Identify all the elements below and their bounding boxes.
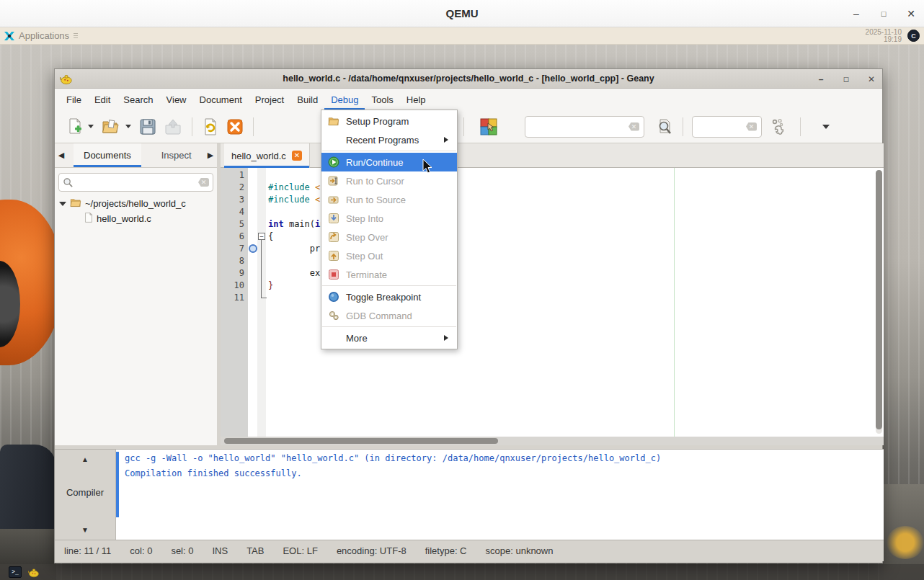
qemu-titlebar: QEMU – □ ✕ <box>0 0 924 27</box>
debug-menu-item-gdb-command[interactable]: GDB Command <box>321 306 457 325</box>
debug-menu-item-toggle-breakpoint[interactable]: Toggle Breakpoint <box>321 287 457 306</box>
no-icon <box>327 332 340 344</box>
debug-menu-item-label: Terminate <box>346 269 387 280</box>
toolbar-search-input[interactable]: ✕ <box>525 116 644 138</box>
search-icon[interactable] <box>652 115 677 139</box>
code-editor[interactable]: 1234567891011 #include <stdio.h>#include… <box>221 168 884 437</box>
menu-search[interactable]: Search <box>117 89 159 110</box>
terminal-icon[interactable]: >_ <box>9 566 22 578</box>
debug-menu-item-run-to-cursor[interactable]: Run to Cursor <box>321 171 457 190</box>
documents-filter-input[interactable]: ✕ <box>58 173 213 192</box>
debug-menu-item-step-over[interactable]: Step Over <box>321 228 457 246</box>
goto-line-icon[interactable] <box>765 115 790 139</box>
search-entry-clear-icon[interactable]: ✕ <box>628 122 639 131</box>
status-sel: sel: 0 <box>171 545 193 556</box>
debug-menu-item-setup-program[interactable]: Setup Program <box>321 112 457 130</box>
tab-close-icon[interactable]: ✕ <box>292 151 302 161</box>
fold-margin[interactable] <box>257 168 266 437</box>
menu-view[interactable]: View <box>160 89 193 110</box>
tree-item--projects-hello-world-c[interactable]: ~/projects/hello_world_c <box>55 196 217 211</box>
statusbar: line: 11 / 11col: 0sel: 0INSTABEOL: LFen… <box>55 540 884 561</box>
line-number: 7 <box>221 243 244 255</box>
menu-help[interactable]: Help <box>400 89 432 110</box>
goto-line-input[interactable]: ✕ <box>692 116 762 138</box>
status-eol: EOL: LF <box>283 545 317 556</box>
color-chooser-icon[interactable] <box>476 115 502 139</box>
menu-edit[interactable]: Edit <box>88 89 117 110</box>
geany-window-controls: – ◻ ✕ <box>816 69 876 89</box>
line-number: 6 <box>221 231 244 243</box>
goto-entry-clear-icon[interactable]: ✕ <box>746 122 757 131</box>
revert-icon[interactable] <box>198 115 223 139</box>
documents-tree: ~/projects/hello_world_chello_world.c <box>55 196 217 226</box>
geany-titlebar[interactable]: hello_world.c - /data/home/qnxuser/proje… <box>55 69 882 89</box>
compiler-accent-bar <box>116 452 119 517</box>
tab-inspect[interactable]: Inspect <box>151 143 202 167</box>
msg-tabs-scroll-up-icon[interactable]: ▲ <box>55 455 115 463</box>
marker-margin[interactable] <box>248 168 257 437</box>
debug-menu-item-terminate[interactable]: Terminate <box>321 265 457 284</box>
menu-build[interactable]: Build <box>290 89 324 110</box>
tab-documents[interactable]: Documents <box>74 143 141 167</box>
editor-vertical-scrollbar[interactable] <box>876 170 882 434</box>
menu-document[interactable]: Document <box>193 89 249 110</box>
close-document-icon[interactable] <box>223 115 247 139</box>
submenu-arrow-icon <box>444 137 451 143</box>
menu-debug[interactable]: Debug <box>324 89 365 110</box>
debug-menu-item-run-continue[interactable]: Run/Continue <box>321 153 457 171</box>
menu-tools[interactable]: Tools <box>365 89 399 110</box>
filter-clear-icon[interactable]: ✕ <box>198 178 209 187</box>
menu-file[interactable]: File <box>60 89 88 110</box>
open-file-icon[interactable] <box>98 115 124 139</box>
status-indicator-icon[interactable]: C <box>907 30 920 42</box>
breakpoint-marker-icon[interactable] <box>249 244 257 253</box>
geany-maximize-button[interactable]: ◻ <box>841 75 851 83</box>
tree-item-hello-world-c[interactable]: hello_world.c <box>55 211 217 226</box>
tab-compiler[interactable]: Compiler <box>55 487 115 498</box>
folder-icon <box>327 115 340 127</box>
geany-close-button[interactable]: ✕ <box>866 74 876 84</box>
qemu-maximize-button[interactable]: □ <box>878 9 889 18</box>
menu-separator <box>322 151 456 151</box>
qemu-close-button[interactable]: ✕ <box>905 8 917 19</box>
tree-item-label: hello_world.c <box>97 213 151 224</box>
line-number-gutter: 1234567891011 <box>221 168 248 437</box>
debug-menu-item-label: Recent Programs <box>346 135 419 146</box>
qnx-logo-icon[interactable] <box>4 30 15 42</box>
new-file-icon[interactable] <box>63 115 86 139</box>
debug-menu-item-recent-programs[interactable]: Recent Programs <box>321 130 457 149</box>
qemu-minimize-button[interactable]: – <box>850 8 862 19</box>
menu-separator <box>322 326 456 327</box>
save-icon[interactable] <box>136 115 160 139</box>
sidebar-tabs-scroll-right-icon[interactable]: ▶ <box>204 143 217 167</box>
screen: QEMU – □ ✕ Applications 2025-11-10 19:19… <box>0 0 924 580</box>
sidebar-tabbar: ◀ Documents Inspect ▶ <box>55 143 217 168</box>
new-file-dropdown-icon[interactable] <box>88 125 94 131</box>
applications-menu-icon[interactable] <box>74 33 78 38</box>
menu-project[interactable]: Project <box>249 89 290 110</box>
editor-horizontal-scrollbar[interactable] <box>221 437 884 445</box>
editor-notebook: hello_world.c ✕ 1234567891011 #include <… <box>221 143 884 445</box>
save-all-icon[interactable] <box>160 115 186 139</box>
applications-menu[interactable]: Applications <box>19 30 69 41</box>
qemu-window-controls: – □ ✕ <box>850 0 917 27</box>
compiler-output[interactable]: gcc -g -Wall -o "hello_world" "hello_wor… <box>116 450 884 540</box>
geany-icon[interactable] <box>28 566 40 578</box>
sidebar-tabs-scroll-left-icon[interactable]: ◀ <box>55 143 68 167</box>
debug-menu-item-step-into[interactable]: Step Into <box>321 209 457 228</box>
dock-bar: >_ <box>0 564 924 580</box>
msg-tabs-scroll-down-icon[interactable]: ▼ <box>55 526 115 534</box>
qemu-window-title: QEMU <box>446 7 479 19</box>
debug-menu-item-more[interactable]: More <box>321 329 457 347</box>
status-tab: TAB <box>246 545 264 556</box>
status-filetype: filetype: C <box>425 545 467 556</box>
fold-collapse-icon[interactable]: − <box>258 233 265 240</box>
tree-item-label: ~/projects/hello_world_c <box>85 198 186 209</box>
debug-menu-item-run-to-source[interactable]: Run to Source <box>321 190 457 209</box>
geany-minimize-button[interactable]: – <box>816 74 826 84</box>
toolbar-overflow-icon[interactable] <box>822 125 830 132</box>
open-file-dropdown-icon[interactable] <box>125 125 131 131</box>
debug-menu-item-step-out[interactable]: Step Out <box>321 246 457 265</box>
tab-hello-world-c[interactable]: hello_world.c ✕ <box>224 143 310 168</box>
tree-expander-icon[interactable] <box>59 202 66 210</box>
